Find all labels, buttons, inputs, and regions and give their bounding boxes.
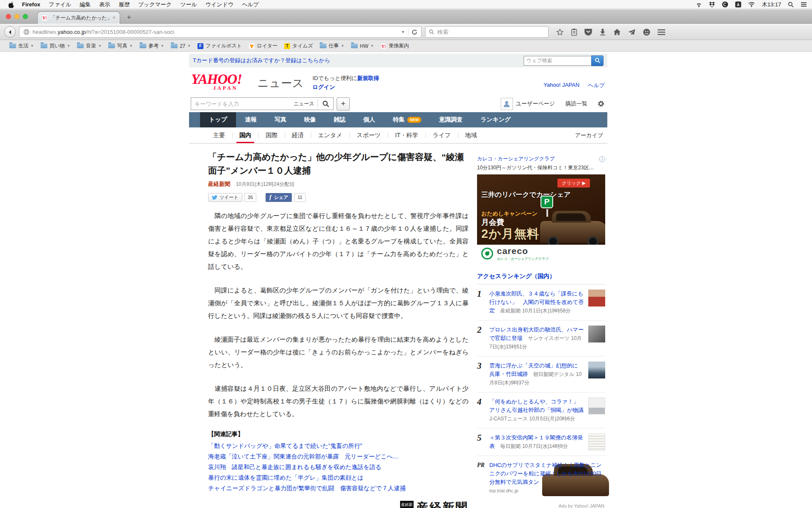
search-category-dropdown[interactable]: ニュース▼ (294, 100, 318, 108)
nav-tab-top[interactable]: トップ (200, 112, 236, 127)
news-search-box[interactable]: ニュース▼ (191, 97, 334, 110)
input-source-icon[interactable] (735, 1, 741, 8)
related-link[interactable]: チャイニーズドラゴンと暴力団が繁華街で乱闘 傷害容疑などで７人逮捕 (208, 483, 469, 494)
reload-icon[interactable] (411, 29, 417, 35)
web-search-input[interactable] (524, 56, 591, 66)
zoom-window-button[interactable] (23, 14, 28, 19)
notification-center-icon[interactable] (801, 2, 807, 7)
apple-menu-icon[interactable] (8, 1, 14, 8)
spotlight-icon[interactable] (788, 2, 794, 8)
menu-view[interactable]: 表示 (95, 1, 115, 8)
ad-click-button[interactable]: クリック ▶ (557, 179, 590, 188)
bookmark-folder-hw[interactable]: HW▼ (348, 43, 377, 49)
news-search-button[interactable] (318, 98, 333, 110)
tab-close-icon[interactable]: × (112, 15, 116, 21)
subnav-local[interactable]: 地域 (458, 127, 484, 143)
menu-edit[interactable]: 編集 (76, 1, 95, 8)
ad-advertiser-link[interactable]: カレコ・カーシェアリングクラブ (477, 155, 555, 163)
creative-cloud-icon[interactable] (722, 1, 728, 8)
nav-tab-ranking[interactable]: ランキング (472, 112, 520, 127)
login-link[interactable]: ログイン (313, 84, 335, 90)
nav-tab-flash[interactable]: 速報 (236, 112, 266, 127)
related-link[interactable]: 哀川翔 諸星和己と暴走族に囲まれるも騒ぎを収めた逸話を語る (208, 462, 469, 472)
nav-tab-magazine[interactable]: 雑誌 (325, 112, 354, 127)
pr-link[interactable]: DHCのサプリでスタミナ補給！｜黒酢とニンニクのパワーを粒に凝縮！しかも今だけ3… (489, 462, 602, 485)
bookmark-folder-life[interactable]: 生活▼ (6, 42, 37, 50)
bookmark-folder-27[interactable]: 27▼ (167, 43, 194, 49)
menu-bookmarks[interactable]: ブックマーク (134, 1, 176, 8)
menu-window[interactable]: ウインドウ (201, 1, 238, 8)
hello-icon[interactable] (643, 28, 650, 36)
menubar-clock[interactable]: 木13:17 (762, 1, 781, 8)
browser-search-bar[interactable] (425, 26, 549, 38)
bookmark-folder-reference[interactable]: 参考▼ (136, 42, 167, 50)
bookmark-folder-music[interactable]: 音楽▼ (74, 42, 105, 50)
subnav-it-science[interactable]: IT・科学 (388, 127, 425, 143)
tweet-button[interactable]: ツイート (208, 193, 242, 202)
facebook-share-button[interactable]: f シェア (266, 193, 292, 202)
subnav-major[interactable]: 主要 (206, 127, 232, 143)
bookmark-folder-shopping[interactable]: 買い物▼ (37, 42, 74, 50)
article-source-link[interactable]: 産経新聞 (208, 181, 230, 187)
nav-tab-feature[interactable]: 特集NEW (384, 112, 430, 127)
ranking-thumbnail[interactable] (588, 326, 605, 342)
site-identity-globe-icon[interactable] (23, 29, 30, 35)
ranking-item[interactable]: 1 小泉進次郎氏、３４歳なら「課長にも行けない」 入閣の可能性を改めて否定 産経… (477, 284, 605, 320)
yahoo-japan-link[interactable]: Yahoo! JAPAN (543, 82, 579, 89)
menu-firefox[interactable]: Firefox (18, 1, 44, 8)
bookmark-star-icon[interactable] (556, 28, 564, 36)
pr-item[interactable]: PR DHCのサプリでスタミナ補給！｜黒酢とニンニクのパワーを粒に凝縮！しかも今… (477, 456, 605, 500)
bookmark-times[interactable]: Tタイムズ (281, 42, 316, 50)
personal-hotspot-icon[interactable] (696, 2, 702, 8)
url-bar[interactable]: headlines.yahoo.co.jp/hl?a=20151008-0000… (19, 26, 422, 38)
pocket-icon[interactable] (584, 28, 592, 36)
wifi-icon[interactable] (748, 2, 755, 7)
bookmark-reuters[interactable]: ロイター (245, 42, 281, 50)
ranking-thumbnail[interactable] (588, 362, 605, 378)
ranking-title-link[interactable]: 「何をぬかしとるんや、コラァ！」 アリさん引越社幹部の「恫喝」が物議 (489, 398, 584, 413)
dropbox-icon[interactable] (709, 2, 715, 8)
ranking-item[interactable]: 5 ＜第３次安倍内閣＞１９閣僚の名簿発表 毎日新聞 10月7日(水)14時9分 (477, 428, 605, 456)
add-search-button[interactable]: + (337, 97, 350, 110)
ranking-item[interactable]: 3 雲海に浮かぶ「天空の城」幻想的に 兵庫・竹田城跡 朝日新聞デジタル 10月8… (477, 356, 605, 392)
ads-by-link[interactable]: Ads by Yahoo! JAPAN (477, 500, 605, 508)
ranking-thumbnail[interactable] (588, 433, 605, 450)
nav-tab-video[interactable]: 映像 (295, 112, 325, 127)
subnav-sports[interactable]: スポーツ (349, 127, 388, 143)
subnav-entertainment[interactable]: エンタメ (311, 127, 349, 143)
subnav-world[interactable]: 国際 (258, 127, 285, 143)
ranking-heading[interactable]: アクセスランキング（国内） (477, 273, 605, 284)
archive-link[interactable]: アーカイブ (575, 132, 603, 139)
ranking-thumbnail[interactable] (588, 290, 605, 306)
url-dropdown-icon[interactable]: ▼ (401, 30, 405, 34)
ranking-thumbnail[interactable] (588, 398, 605, 414)
menu-hamburger-icon[interactable] (658, 29, 665, 35)
new-tab-button[interactable]: + (123, 13, 134, 22)
close-window-button[interactable] (6, 14, 11, 19)
bookmark-folder-work[interactable]: 仕事▼ (316, 42, 348, 50)
reading-list-icon[interactable] (571, 28, 577, 36)
downloads-icon[interactable] (599, 28, 606, 36)
related-link[interactable]: 「動くサンドバッグや」命果てるまで続いた“鬼畜の所行” (208, 441, 469, 451)
user-avatar[interactable] (501, 98, 513, 110)
ranking-item[interactable]: 4 「何をぬかしとるんや、コラァ！」 アリさん引越社幹部の「恫喝」が物議 J-C… (477, 392, 605, 428)
subnav-domestic[interactable]: 国内 (232, 127, 258, 143)
subnav-economy[interactable]: 経済 (285, 127, 311, 143)
signup-link[interactable]: 新規取得 (357, 75, 379, 81)
web-search-button[interactable] (591, 55, 604, 66)
ad-info-icon[interactable]: i (599, 156, 605, 162)
keyword-input[interactable] (191, 101, 294, 107)
subscriptions-link[interactable]: 購読一覧 (565, 100, 587, 108)
ad-banner[interactable]: クリック ▶ 三井のリパークでカーシェア P おためしキャンペーン 月会費 2か… (477, 174, 605, 262)
bookmark-yahoo-transit[interactable]: Y!乗換案内 (377, 42, 412, 50)
nav-tab-photo[interactable]: 写真 (266, 112, 295, 127)
related-link[interactable]: 暴行の末に遺体を霊園に埋めた「半グレ」集団の素顔とは (208, 472, 469, 483)
bookmark-filepost[interactable]: Fファイルポスト (194, 42, 245, 50)
browser-tab[interactable]: Y! 「チーム力高めたかった」... × (37, 11, 120, 24)
menu-file[interactable]: ファイル (44, 1, 75, 8)
back-button[interactable] (4, 26, 16, 38)
publ isher-logo[interactable]: 産経新聞 産経新聞 (400, 500, 469, 508)
related-link[interactable]: 海老蔵「泣いて土下座」関東連合の元幹部が暴露 元リーダーどこへ… (208, 451, 469, 462)
menu-tools[interactable]: ツール (176, 1, 201, 8)
tcard-notice-link[interactable]: Tカード番号の登録はお済みですか？登録はこちらから (193, 57, 330, 64)
